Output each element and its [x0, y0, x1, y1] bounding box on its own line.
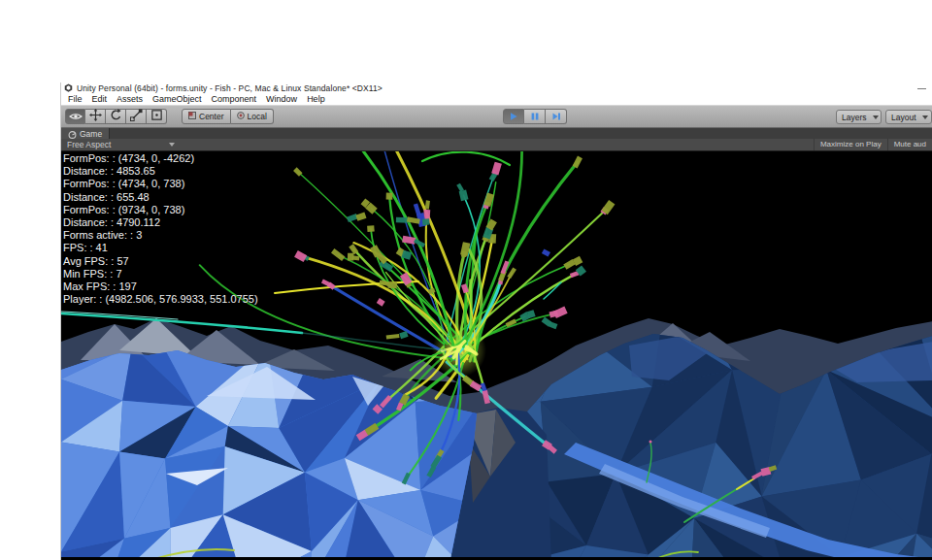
play-icon — [509, 108, 518, 125]
pivot-button[interactable]: Center — [182, 109, 231, 124]
minimize-icon — [917, 88, 926, 89]
pivot-icon — [188, 112, 196, 121]
scale-icon — [130, 108, 143, 125]
transform-tools — [65, 109, 167, 124]
desktop: Unity Personal (64bit) - forms.unity - F… — [0, 0, 932, 560]
debug-hud: FormPos: : (4734, 0, -4262) Distance: : … — [63, 152, 258, 306]
menu-assets[interactable]: Assets — [113, 94, 149, 104]
title-bar: Unity Personal (64bit) - forms.unity - F… — [61, 82, 932, 93]
minimize-button[interactable] — [917, 86, 926, 89]
hud-line: Player: : (4982.506, 576.9933, 551.0755) — [63, 293, 258, 306]
hud-line: Distance: : 4790.112 — [63, 216, 258, 229]
play-button[interactable] — [503, 109, 524, 124]
hud-line: FormPos: : (4734, 0, 738) — [63, 178, 258, 190]
main-toolbar: Center Local Layers — [61, 105, 932, 128]
layers-label: Layers — [842, 113, 867, 122]
menu-help[interactable]: Help — [303, 94, 331, 104]
hud-line: Distance: : 4853.65 — [63, 165, 258, 178]
hud-line: FormPos: : (4734, 0, -4262) — [63, 152, 258, 165]
hud-line: Max FPS: : 197 — [63, 280, 258, 293]
aspect-label: Free Aspect — [67, 140, 111, 149]
tab-game[interactable]: Game — [61, 128, 110, 139]
game-view[interactable]: FormPos: : (4734, 0, -4262) Distance: : … — [61, 151, 932, 560]
rect-icon — [150, 108, 163, 125]
hud-line: Avg FPS: : 57 — [63, 255, 258, 268]
rotate-tool-button[interactable] — [106, 109, 126, 124]
view-tab-bar: Game — [61, 128, 932, 139]
game-view-toolbar: Free Aspect Maximize on Play Mute aud — [61, 139, 932, 151]
chevron-down-icon — [922, 115, 928, 119]
menu-window[interactable]: Window — [262, 94, 303, 104]
menu-component[interactable]: Component — [208, 94, 263, 104]
layout-dropdown[interactable]: Layout — [885, 110, 932, 124]
pivot-controls: Center Local — [182, 109, 274, 124]
pause-button[interactable] — [524, 109, 546, 124]
hud-line: FormPos: : (9734, 0, 738) — [63, 204, 258, 216]
aspect-dropdown[interactable]: Free Aspect — [61, 140, 181, 149]
tab-game-label: Game — [80, 129, 102, 139]
layers-dropdown[interactable]: Layers — [836, 110, 882, 124]
pivot-label: Center — [199, 112, 224, 121]
unity-editor-window: Unity Personal (64bit) - forms.unity - F… — [60, 82, 932, 560]
window-title: Unity Personal (64bit) - forms.unity - F… — [77, 83, 383, 93]
rotation-label: Local — [248, 112, 267, 121]
menu-file[interactable]: File — [64, 94, 88, 104]
view-tool-button[interactable] — [65, 109, 85, 124]
menu-gameobject[interactable]: GameObject — [149, 94, 208, 104]
mute-audio-toggle[interactable]: Mute aud — [887, 139, 932, 150]
chevron-down-icon — [873, 115, 879, 119]
pause-icon — [530, 108, 540, 125]
game-view-toggles: Maximize on Play Mute aud — [814, 139, 932, 150]
hud-line: Min FPS: : 7 — [63, 268, 258, 280]
eye-icon — [69, 108, 83, 125]
hud-line: Forms active: : 3 — [63, 229, 258, 242]
rect-tool-button[interactable] — [147, 109, 167, 124]
play-controls — [503, 109, 567, 124]
local-axis-icon — [237, 112, 245, 121]
rotation-button[interactable]: Local — [231, 109, 274, 124]
move-tool-button[interactable] — [85, 109, 106, 124]
menu-edit[interactable]: Edit — [88, 94, 114, 104]
unity-logo-icon — [64, 83, 73, 92]
scale-tool-button[interactable] — [126, 109, 147, 124]
hud-line: Distance: : 655.48 — [63, 191, 258, 204]
maximize-on-play-toggle[interactable]: Maximize on Play — [814, 139, 887, 150]
step-button[interactable] — [546, 109, 567, 124]
step-icon — [551, 108, 561, 125]
chevron-down-icon — [169, 143, 175, 147]
menu-bar: File Edit Assets GameObject Component Wi… — [61, 93, 932, 105]
move-icon — [89, 108, 102, 125]
hud-line: FPS: : 41 — [63, 242, 258, 254]
rotate-icon — [110, 108, 122, 125]
layout-label: Layout — [891, 113, 916, 122]
